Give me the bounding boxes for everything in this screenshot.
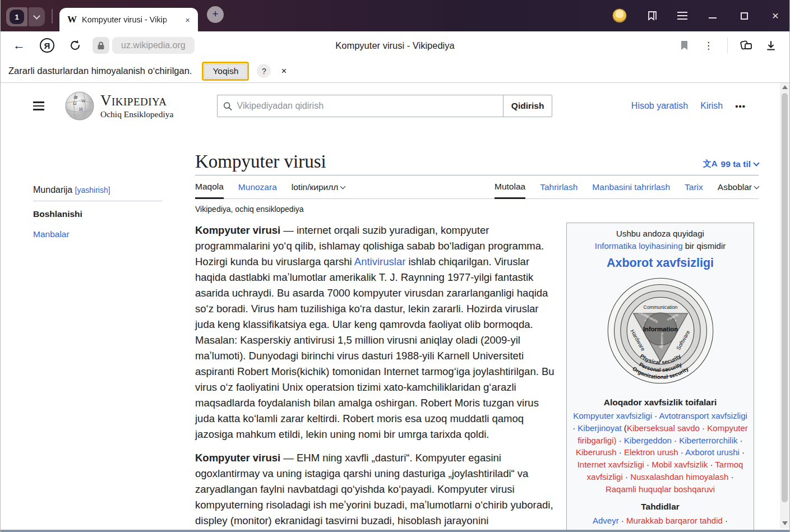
infobox-header: Ushbu andoza quyidagi Informatika loyiha…: [572, 228, 748, 252]
infobox-section-title: Aloqador xavfsizlik toifalari: [572, 396, 748, 409]
search-button[interactable]: Qidirish: [503, 95, 553, 117]
link-separator: ·: [723, 516, 728, 525]
svg-text:И: И: [79, 107, 83, 112]
profile-avatar[interactable]: [612, 8, 627, 23]
translate-icon: 文A: [703, 159, 718, 169]
paragraph-2: Kompyuter virusi — EHM ning xavfli „dast…: [195, 450, 557, 531]
infobox-link[interactable]: Kompyuter xavfsizligi: [573, 411, 652, 420]
new-tab-button[interactable]: +: [207, 6, 224, 23]
svg-text:Ω: Ω: [73, 100, 77, 106]
table-of-contents: Mundarija [yashirish] Boshlanishi Manbal…: [33, 185, 163, 531]
infobox-link[interactable]: Nusxalashdan himoyalash: [630, 472, 728, 482]
link-separator: ·: [619, 516, 626, 525]
security-rings-diagram[interactable]: Information Communication Hardware Softw…: [601, 275, 720, 391]
infobox-link[interactable]: Kiberjinoyat: [578, 423, 621, 433]
infobox-link[interactable]: Kibergeddon: [624, 436, 672, 445]
extensions-icon[interactable]: [737, 36, 756, 55]
link-separator: ·: [617, 447, 624, 457]
infobox-section-title-threats: Tahdidlar: [572, 501, 748, 513]
scrollbar-thumb[interactable]: [782, 93, 788, 502]
toc-hide-link[interactable]: [yashirish]: [75, 186, 110, 195]
address-bar[interactable]: uz.wikipedia.org: [112, 37, 195, 54]
browser-menu-icon[interactable]: [677, 12, 687, 20]
reload-button[interactable]: [66, 36, 85, 55]
infobox-link[interactable]: Internet xavfsizligi: [578, 460, 644, 469]
scroll-down-arrow[interactable]: [782, 521, 788, 525]
tab-munozara[interactable]: Munozara: [238, 177, 277, 198]
toc-divider: [33, 201, 162, 201]
minimize-button[interactable]: [706, 10, 719, 22]
highlight-box: Yoqish: [202, 62, 249, 81]
tab-counter-button[interactable]: 1: [6, 7, 27, 26]
infobox-link[interactable]: Kiberterrorchilik: [679, 436, 737, 445]
tab-mutolaa[interactable]: Mutolaa: [495, 177, 525, 199]
yandex-home-button[interactable]: Я: [38, 36, 57, 55]
help-icon[interactable]: ?: [257, 64, 271, 78]
infobox-link[interactable]: Adveyr: [593, 516, 619, 525]
page-actions-kebab-icon[interactable]: ⋮: [699, 36, 718, 55]
page-scrollbar[interactable]: [780, 83, 789, 529]
informatika-project-link[interactable]: Informatika loyihasining: [595, 241, 683, 251]
link-separator: ·: [623, 472, 630, 482]
antiviruslar-link[interactable]: Antiviruslar: [354, 256, 406, 267]
search-icon: [223, 101, 232, 111]
title-rule: [195, 175, 759, 175]
protection-notification-bar: Zararli dasturlardan himoyalanish oʻchir…: [1, 59, 789, 83]
toc-item-manbalar[interactable]: Manbalar: [33, 229, 163, 239]
tab-list-dropdown[interactable]: [29, 7, 45, 26]
bookmark-flag-icon[interactable]: [674, 36, 694, 55]
tools-dropdown[interactable]: Asboblar: [718, 177, 759, 198]
tab-tarix[interactable]: Tarix: [685, 177, 703, 198]
variant-dropdown[interactable]: lotin/кирилл: [292, 177, 345, 198]
toolbar-divider: [727, 38, 728, 53]
wikipedia-wordmark: Vikipediya: [100, 93, 173, 108]
wiki-menu-icon[interactable]: [33, 101, 44, 110]
infobox-link[interactable]: Murakkab barqaror tahdid: [626, 516, 723, 525]
scroll-up-arrow[interactable]: [782, 85, 788, 89]
tab-tahrirlash[interactable]: Tahrirlash: [540, 177, 578, 198]
wikipedia-tagline: Ochiq Ensiklopediya: [100, 109, 173, 119]
infobox-link[interactable]: Elektron urush: [624, 447, 678, 457]
wikipedia-logo[interactable]: Ω W И Vikipediya Ochiq Ensiklopediya: [64, 91, 173, 121]
create-account-link[interactable]: Hisob yaratish: [631, 101, 688, 111]
infobox-link[interactable]: Mobil xavfsizlik: [652, 460, 708, 469]
browser-tab[interactable]: W Kompyuter virusi - Vikip ×: [59, 8, 198, 31]
notification-message: Zararli dasturlardan himoyalanish oʻchir…: [8, 66, 192, 76]
infobox-link[interactable]: Avtotransport xavfsizligi: [659, 411, 747, 420]
tab-maqola[interactable]: Maqola: [195, 177, 224, 199]
infobox-title-link[interactable]: Axborot xavfsizligi: [572, 255, 748, 272]
downloads-icon[interactable]: [761, 36, 780, 55]
back-button[interactable]: ←: [10, 36, 29, 55]
web-page: Ω W И Vikipediya Ochiq Ensiklopediya Qid…: [1, 83, 789, 531]
link-separator: (: [622, 423, 627, 433]
infobox-link[interactable]: Kiberseksual savdo: [627, 423, 700, 433]
infobox-link[interactable]: Axborot urushi: [685, 447, 740, 457]
link-separator: ·: [617, 436, 624, 445]
svg-text:W: W: [81, 99, 86, 104]
search-input[interactable]: [237, 101, 497, 111]
enable-protection-button[interactable]: Yoqish: [204, 64, 247, 78]
toc-item-boshlanishi[interactable]: Boshlanishi: [33, 209, 163, 219]
more-options-icon[interactable]: •••: [735, 101, 746, 111]
wikipedia-header: Ω W И Vikipediya Ochiq Ensiklopediya Qid…: [1, 83, 789, 127]
svg-text:Availability: Availability: [660, 332, 664, 349]
chevron-down-icon: [754, 184, 760, 189]
infobox-link[interactable]: Raqamli huquqlar boshqaruvi: [606, 484, 715, 494]
wikipedia-globe-icon: Ω W И: [64, 91, 95, 121]
close-window-button[interactable]: ×: [769, 10, 782, 22]
tab-manbasini-tahrirlash[interactable]: Manbasini tahrirlash: [592, 177, 670, 198]
browser-toolbar: ← Я uz.wikipedia.org Kompyuter virusi - …: [1, 31, 789, 59]
notification-close-icon[interactable]: ×: [281, 66, 287, 77]
infobox-link[interactable]: Kiberurush: [576, 447, 617, 457]
chevron-down-icon: [33, 12, 40, 20]
login-link[interactable]: Kirish: [700, 101, 723, 111]
svg-text:Communication: Communication: [643, 304, 677, 310]
language-selector[interactable]: 文A 99 ta til: [703, 159, 759, 169]
maximize-button[interactable]: [738, 10, 750, 22]
language-count: 99 ta til: [721, 159, 751, 169]
link-separator: ·: [740, 447, 745, 457]
tab-close-icon[interactable]: ×: [183, 14, 192, 26]
bookmarks-panel-icon[interactable]: [646, 10, 658, 22]
ssl-lock-icon[interactable]: [93, 37, 109, 54]
link-separator: ·: [678, 447, 686, 457]
